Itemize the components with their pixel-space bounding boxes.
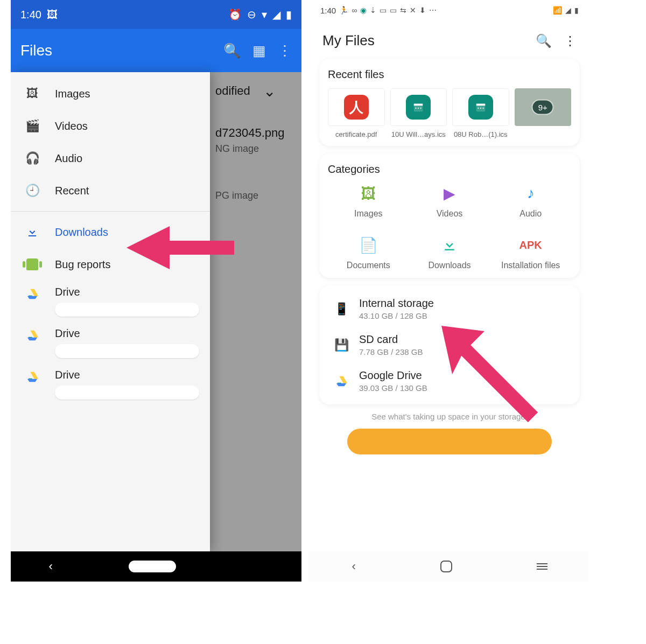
category-label: Videos (409, 209, 490, 219)
sdcard-icon: 💾 (331, 338, 352, 352)
sidebar-item-label: Audio (55, 152, 82, 165)
signal-icon: ◢ (565, 6, 571, 15)
category-label: Documents (328, 261, 409, 270)
battery-icon: ▮ (574, 6, 579, 15)
recent-files-card: Recent files 人 certificate.pdf 10U Will…… (319, 59, 580, 146)
recent-file-label: certificate.pdf (335, 130, 377, 138)
stock-android-files-phone: 1:40 🖼 ⏰ ⊖ ▾ ◢ ▮ Files 🔍 ▦ ⋮ odified ⌄ (11, 0, 301, 582)
status-bar: 1:40 🖼 ⏰ ⊖ ▾ ◢ ▮ (11, 0, 301, 29)
category-label: Images (328, 209, 409, 219)
recent-file-label: 08U Rob…(1).ics (454, 130, 508, 138)
section-title: Categories (328, 163, 571, 176)
grid-view-icon[interactable]: ▦ (252, 43, 266, 59)
headphones-icon: 🎧 (22, 151, 43, 165)
home-button[interactable] (129, 561, 176, 572)
image-icon: 🖼 (328, 183, 409, 204)
clock-icon: 🕘 (22, 184, 43, 198)
recent-file[interactable]: 08U Rob…(1).ics (452, 88, 509, 138)
sidebar-item-label: Drive (55, 286, 199, 298)
calendar-icon (468, 95, 493, 120)
navigation-drawer: 🖼 Images 🎬 Videos 🎧 Audio 🕘 Recent (11, 72, 210, 551)
sidebar-item-audio[interactable]: 🎧 Audio (11, 142, 210, 174)
page-title: Files (20, 42, 52, 59)
more-vert-icon[interactable]: ⋮ (278, 43, 292, 59)
pdf-icon: 人 (344, 95, 369, 120)
svg-rect-1 (414, 104, 423, 106)
sidebar-item-drive[interactable]: Drive (11, 281, 210, 322)
more-vert-icon[interactable]: ⋮ (564, 33, 577, 48)
samsung-myfiles-phone: 1:40 🏃∞ ◉ ⇣▭▭ ⇆✕⬇⋯ 📶 ◢ ▮ My Files 🔍 ⋮ Re… (310, 0, 589, 582)
svg-point-4 (420, 108, 422, 109)
status-bar: 1:40 🏃∞ ◉ ⇣▭▭ ⇆✕⬇⋯ 📶 ◢ ▮ (310, 0, 589, 20)
app-bar: Files 🔍 ▦ ⋮ (11, 29, 301, 72)
storage-title: Internal storage (359, 297, 568, 310)
video-icon: ▶ (409, 183, 490, 204)
sidebar-item-drive[interactable]: Drive (11, 363, 210, 405)
sidebar-item-label: Drive (55, 327, 199, 340)
annotation-arrow-left (127, 226, 234, 269)
battery-icon: ▮ (286, 8, 292, 21)
category-audio[interactable]: ♪ Audio (490, 183, 571, 219)
gdrive-icon (331, 375, 352, 387)
image-icon: 🖼 (47, 9, 58, 21)
gdrive-icon (22, 286, 43, 300)
dnd-icon: ⊖ (247, 8, 256, 21)
sidebar-item-label: Bug reports (55, 258, 110, 271)
sidebar-item-videos[interactable]: 🎬 Videos (11, 110, 210, 142)
sidebar-item-label: Recent (55, 185, 89, 197)
document-icon: 📄 (328, 235, 409, 255)
redacted-account (55, 344, 199, 358)
gdrive-icon (22, 327, 43, 341)
system-nav-bar: ‹ (310, 551, 589, 582)
category-videos[interactable]: ▶ Videos (409, 183, 490, 219)
category-label: Audio (490, 209, 571, 219)
category-documents[interactable]: 📄 Documents (328, 235, 409, 270)
signal-icon: ◢ (272, 8, 280, 21)
sidebar-item-images[interactable]: 🖼 Images (11, 78, 210, 110)
calendar-icon (406, 95, 431, 120)
system-nav-bar: ‹ ▢ (11, 551, 301, 582)
sidebar-item-label: Drive (55, 369, 199, 381)
svg-point-3 (418, 108, 419, 109)
wifi-icon: 📶 (553, 6, 562, 15)
gdrive-icon (22, 369, 43, 383)
music-note-icon: ♪ (490, 183, 571, 204)
recent-file-label: 10U Will…ays.ics (391, 130, 446, 138)
android-icon (22, 258, 43, 270)
search-icon[interactable]: 🔍 (536, 33, 552, 48)
apk-icon: APK (490, 235, 571, 255)
svg-point-9 (482, 108, 483, 109)
recent-file[interactable]: 人 certificate.pdf (328, 88, 385, 138)
recent-file[interactable]: 10U Will…ays.ics (390, 88, 447, 138)
category-images[interactable]: 🖼 Images (328, 183, 409, 219)
wifi-icon: ▾ (262, 8, 267, 21)
video-icon: 🎬 (22, 119, 43, 133)
sidebar-item-drive[interactable]: Drive (11, 322, 210, 363)
alarm-icon: ⏰ (228, 8, 242, 21)
analyze-storage-button[interactable] (347, 429, 552, 454)
home-button[interactable] (440, 561, 452, 572)
category-apk[interactable]: APK Installation files (490, 235, 571, 270)
back-button[interactable]: ‹ (49, 559, 53, 573)
section-title: Recent files (328, 68, 571, 81)
category-label: Downloads (409, 261, 490, 270)
status-time: 1:40 (320, 6, 336, 15)
category-downloads[interactable]: Downloads (409, 235, 490, 270)
download-icon (22, 226, 43, 239)
svg-point-8 (480, 108, 481, 109)
redacted-account (55, 303, 199, 317)
phone-icon: 📱 (331, 302, 352, 316)
sidebar-item-label: Images (55, 88, 90, 100)
annotation-arrow-right (431, 315, 544, 428)
back-button[interactable]: ‹ (352, 559, 355, 573)
recents-button[interactable] (537, 563, 547, 570)
sidebar-item-recent[interactable]: 🕘 Recent (11, 174, 210, 207)
category-label: Installation files (490, 261, 571, 270)
svg-point-7 (478, 108, 479, 109)
status-time: 1:40 (20, 9, 41, 21)
sidebar-item-label: Videos (55, 120, 88, 132)
recent-more[interactable]: 9+ (515, 88, 572, 138)
app-bar: My Files 🔍 ⋮ (310, 20, 589, 59)
redacted-account (55, 386, 199, 400)
search-icon[interactable]: 🔍 (223, 43, 241, 59)
